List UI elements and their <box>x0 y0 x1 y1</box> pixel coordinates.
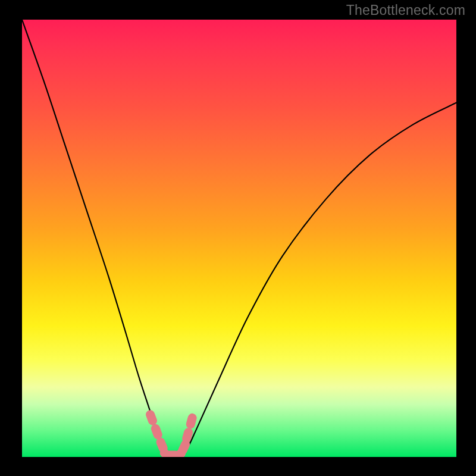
highlight-marker <box>145 409 158 427</box>
chart-frame: TheBottleneck.com <box>0 0 476 476</box>
watermark-label: TheBottleneck.com <box>346 2 465 18</box>
highlight-marker <box>185 412 198 430</box>
highlight-marker <box>150 423 164 441</box>
plot-area <box>22 20 456 457</box>
bottleneck-curve <box>22 20 456 457</box>
